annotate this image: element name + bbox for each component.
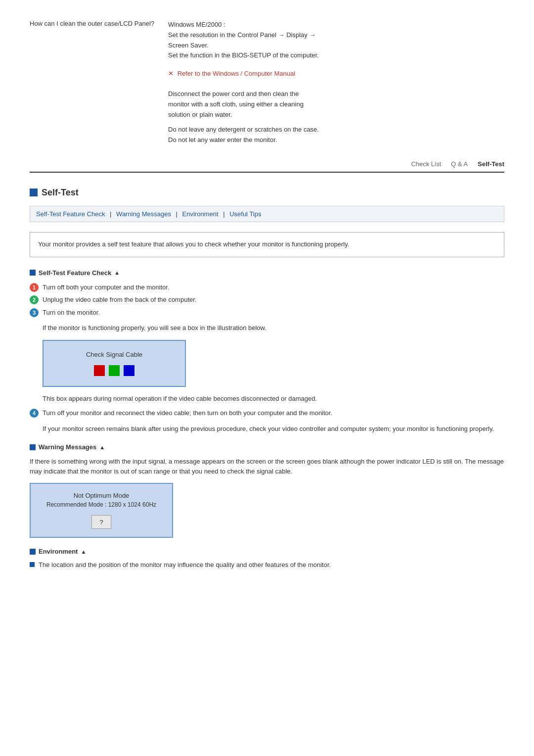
windows-label: Windows ME/2000 : xyxy=(168,20,504,30)
recommended-mode-label: Recommended Mode : 1280 x 1024 60Hz xyxy=(39,501,164,508)
feature-check-triangle: ▲ xyxy=(114,270,120,276)
step-2-text: Unplug the video cable from the back of … xyxy=(43,295,504,305)
cleaning-line4: Do not leave any detergent or scratches … xyxy=(168,125,504,135)
refer-link[interactable]: Refer to the Windows / Computer Manual xyxy=(178,70,295,77)
bullet-icon-1 xyxy=(30,562,35,567)
green-square xyxy=(109,365,120,376)
cleaning-line2: monitor with a soft cloth, using either … xyxy=(168,99,504,110)
sub-navigation: Self-Test Feature Check | Warning Messag… xyxy=(30,206,504,222)
warning-messages-title: Warning Messages xyxy=(39,443,96,451)
step-2: 2 Unplug the video cable from the back o… xyxy=(30,295,504,305)
sub-nav-warning-messages[interactable]: Warning Messages xyxy=(116,210,171,218)
feature-check-icon xyxy=(30,270,36,276)
monitor-illustration-box: Check Signal Cable xyxy=(43,340,186,387)
box-note-text: This box appears during normal operation… xyxy=(43,394,504,404)
step-3-number: 3 xyxy=(30,308,39,317)
warning-illustration-box: Not Optimum Mode Recommended Mode : 1280… xyxy=(30,483,173,538)
environment-title: Environment xyxy=(39,548,78,555)
tab-self-test[interactable]: Self-Test xyxy=(478,160,504,173)
feature-check-title: Self-Test Feature Check xyxy=(39,269,111,277)
warning-messages-triangle: ▲ xyxy=(99,444,105,450)
step-3-indent: If the monitor is functioning properly, … xyxy=(43,323,504,333)
self-test-section-icon xyxy=(30,189,38,196)
environment-triangle: ▲ xyxy=(81,549,86,555)
step-4: 4 Turn off your monitor and reconnect th… xyxy=(30,408,504,418)
x-mark-icon: ✕ xyxy=(168,70,174,77)
sub-nav-feature-check[interactable]: Self-Test Feature Check xyxy=(36,210,105,218)
sub-nav-environment[interactable]: Environment xyxy=(182,210,219,218)
red-square xyxy=(94,365,105,376)
color-squares-row xyxy=(53,365,175,376)
warning-messages-icon xyxy=(30,444,36,450)
step-2-number: 2 xyxy=(30,295,39,304)
sub-nav-useful-tips[interactable]: Useful Tips xyxy=(229,210,261,218)
sub-nav-sep2: | xyxy=(176,210,178,218)
step-4-text: Turn off your monitor and reconnect the … xyxy=(43,408,504,418)
windows-line1: Set the resolution in the Control Panel … xyxy=(168,30,504,41)
sub-nav-sep1: | xyxy=(110,210,111,218)
step-4-indent: If your monitor screen remains blank aft… xyxy=(43,424,504,434)
warning-messages-description: If there is something wrong with the inp… xyxy=(30,457,504,476)
step-1: 1 Turn off both your computer and the mo… xyxy=(30,283,504,292)
check-signal-cable-label: Check Signal Cable xyxy=(53,351,175,358)
cleaning-line1: Disconnect the power cord and then clean… xyxy=(168,89,504,99)
self-test-info-box: Your monitor provides a self test featur… xyxy=(30,232,504,257)
not-optimum-mode-label: Not Optimum Mode xyxy=(39,492,164,499)
environment-item-1: The location and the position of the mon… xyxy=(30,561,504,568)
step-3-text: Turn on the monitor. xyxy=(43,308,504,318)
environment-item-1-text: The location and the position of the mon… xyxy=(39,561,331,568)
cleaning-line5: Do not let any water enter the monitor. xyxy=(168,135,504,145)
qa-question-label: How can I clean the outer case/LCD Panel… xyxy=(30,20,154,27)
cleaning-line3: solution or plain water. xyxy=(168,110,504,120)
step-3: 3 Turn on the monitor. xyxy=(30,308,504,318)
step-4-number: 4 xyxy=(30,409,39,418)
step-1-text: Turn off both your computer and the moni… xyxy=(43,283,504,292)
step-1-number: 1 xyxy=(30,283,39,292)
question-mark-box: ? xyxy=(91,515,111,529)
sub-nav-sep3: | xyxy=(223,210,224,218)
tab-qa[interactable]: Q & A xyxy=(451,160,468,170)
self-test-title: Self-Test xyxy=(42,188,79,198)
tab-check-list[interactable]: Check List xyxy=(411,160,441,170)
environment-icon xyxy=(30,549,36,555)
blue-square xyxy=(124,365,134,376)
windows-line2: Screen Saver. xyxy=(168,41,504,51)
windows-line3: Set the function in the BIOS-SETUP of th… xyxy=(168,50,504,61)
